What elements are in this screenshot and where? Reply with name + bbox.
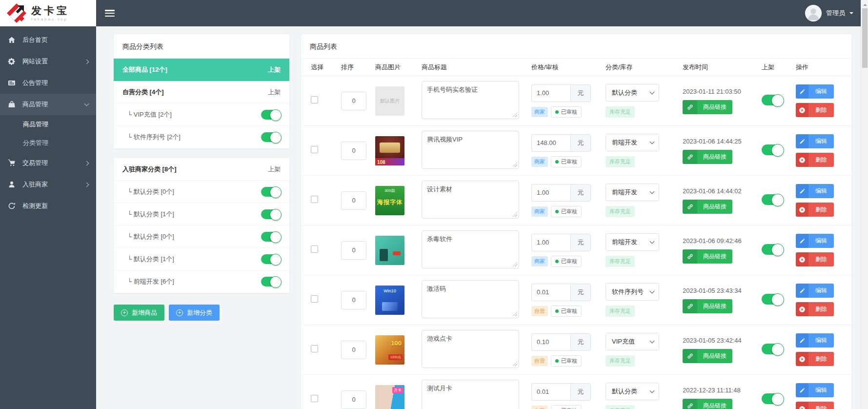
scrollbar-thumb[interactable] [862, 8, 868, 68]
sort-input[interactable] [341, 92, 366, 110]
category-toggle[interactable] [261, 110, 281, 120]
row-checkbox[interactable] [311, 395, 318, 402]
category-row[interactable]: └ 默认分类 [0个] [114, 225, 289, 248]
category-row[interactable]: └ 前端开发 [6个] [114, 270, 289, 293]
shelf-toggle[interactable] [762, 144, 783, 155]
category-select[interactable]: 前端开发 [606, 134, 659, 151]
delete-button[interactable]: 删除 [796, 203, 834, 217]
edit-button[interactable]: 编辑 [796, 333, 834, 348]
price-input[interactable] [531, 84, 570, 102]
edit-button[interactable]: 编辑 [796, 383, 834, 397]
product-link-button[interactable]: 商品链接 [683, 399, 732, 409]
add-product-button[interactable]: + 新增商品 [114, 305, 164, 321]
sidebar-item[interactable]: 入驻商家 [0, 174, 96, 195]
sort-input[interactable] [341, 291, 366, 309]
category-toggle[interactable] [261, 132, 281, 142]
delete-button[interactable]: 删除 [796, 402, 834, 409]
category-select[interactable]: 软件序列号 [606, 283, 659, 301]
row-checkbox[interactable] [311, 96, 318, 103]
category-select[interactable]: VIP充值 [606, 333, 659, 350]
edit-button[interactable]: 编辑 [796, 284, 834, 298]
add-category-button[interactable]: + 新增分类 [169, 305, 220, 321]
sidebar-item[interactable]: 后台首页 [0, 29, 96, 51]
delete-button[interactable]: 删除 [796, 252, 834, 266]
category-toggle[interactable] [261, 209, 281, 219]
price-input[interactable] [531, 134, 570, 152]
shelf-toggle[interactable] [762, 194, 783, 205]
category-row[interactable]: └ 软件序列号 [2个] [114, 126, 289, 148]
category-toggle[interactable] [261, 254, 281, 264]
product-title-textarea[interactable]: 激活码 [422, 280, 519, 318]
product-table-head: 选择排序商品图片商品标题价格/审核分类/库存发布时间上架操作 [301, 59, 851, 76]
price-input[interactable] [531, 284, 570, 301]
product-title-textarea[interactable]: 测试月卡 [422, 380, 519, 409]
edit-button[interactable]: 编辑 [796, 134, 834, 148]
product-title-textarea[interactable]: 杀毒软件 [422, 230, 519, 268]
product-link-button[interactable]: 商品链接 [683, 200, 732, 214]
sort-input[interactable] [341, 142, 366, 160]
product-title-textarea[interactable]: 游戏点卡 [422, 330, 519, 368]
category-row[interactable]: 入驻商家分类 [8个] 上架 [114, 158, 289, 181]
row-checkbox[interactable] [311, 295, 318, 303]
shelf-toggle[interactable] [762, 294, 783, 305]
category-row[interactable]: 自营分类 [4个] 上架 [114, 81, 289, 103]
sidebar-item-label: 入驻商家 [22, 180, 48, 189]
row-checkbox[interactable] [311, 146, 318, 153]
edit-button[interactable]: 编辑 [796, 184, 834, 198]
shelf-toggle[interactable] [762, 244, 783, 255]
product-link-button[interactable]: 商品链接 [683, 299, 732, 313]
edit-button[interactable]: 编辑 [796, 234, 834, 248]
sort-input[interactable] [341, 191, 366, 210]
price-input[interactable] [531, 333, 570, 351]
delete-button[interactable]: 删除 [796, 103, 834, 117]
product-link-button[interactable]: 商品链接 [683, 150, 732, 164]
delete-button[interactable]: 删除 [796, 302, 834, 316]
product-link-button[interactable]: 商品链接 [683, 249, 732, 264]
product-title-textarea[interactable]: 手机号码实名验证 [422, 81, 519, 119]
row-checkbox[interactable] [311, 196, 318, 203]
delete-button[interactable]: 删除 [796, 352, 834, 366]
shelf-toggle[interactable] [762, 344, 783, 354]
category-select[interactable]: 默认分类 [606, 383, 659, 400]
product-title-textarea[interactable]: 设计素材 [422, 181, 519, 219]
sidebar-item[interactable]: 网站设置 [0, 51, 96, 72]
add-button-label: 新增分类 [187, 308, 212, 317]
row-checkbox[interactable] [311, 245, 318, 253]
sidebar-subitem[interactable]: 商品管理 [0, 115, 96, 134]
sort-input[interactable] [341, 241, 366, 260]
category-select[interactable]: 前端开发 [606, 233, 659, 251]
sidebar-item[interactable]: 商品管理 [0, 94, 96, 115]
category-row[interactable]: └ 默认分类 [0个] [114, 181, 289, 203]
page-scrollbar[interactable] [861, 0, 868, 409]
category-toggle[interactable] [261, 277, 281, 286]
row-checkbox[interactable] [311, 345, 318, 352]
category-row[interactable]: └ 默认分类 [1个] [114, 203, 289, 225]
category-toggle[interactable] [261, 232, 281, 242]
sidebar-item[interactable]: 交易管理 [0, 152, 96, 174]
category-toggle[interactable] [261, 187, 281, 197]
product-link-button[interactable]: 商品链接 [683, 349, 732, 363]
sort-input[interactable] [341, 390, 366, 409]
scroll-up-icon[interactable] [863, 2, 867, 6]
price-input[interactable] [531, 383, 570, 401]
category-select[interactable]: 默认分类 [606, 84, 659, 102]
sort-input[interactable] [341, 341, 366, 359]
sidebar-item[interactable]: 检测更新 [0, 195, 96, 217]
product-link-button[interactable]: 商品链接 [683, 100, 732, 114]
delete-button[interactable]: 删除 [796, 153, 834, 167]
category-row[interactable]: 全部商品 [12个] 上架 [114, 59, 289, 81]
sidebar-item[interactable]: 公告管理 [0, 72, 96, 94]
category-row[interactable]: └ VIP充值 [2个] [114, 103, 289, 126]
category-row[interactable]: └ 默认分类 [1个] [114, 248, 289, 270]
menu-toggle-icon[interactable] [105, 10, 115, 17]
shelf-toggle[interactable] [762, 393, 783, 404]
seller-badge: 商家 [531, 206, 548, 217]
edit-button[interactable]: 编辑 [796, 84, 834, 99]
price-input[interactable] [531, 234, 570, 251]
price-input[interactable] [531, 184, 570, 202]
sidebar-subitem[interactable]: 分类管理 [0, 134, 96, 152]
admin-dropdown[interactable]: 管理员 [805, 5, 853, 21]
product-title-textarea[interactable]: 腾讯视频VIP [422, 131, 519, 169]
category-select[interactable]: 前端开发 [606, 184, 659, 201]
shelf-toggle[interactable] [762, 95, 783, 105]
